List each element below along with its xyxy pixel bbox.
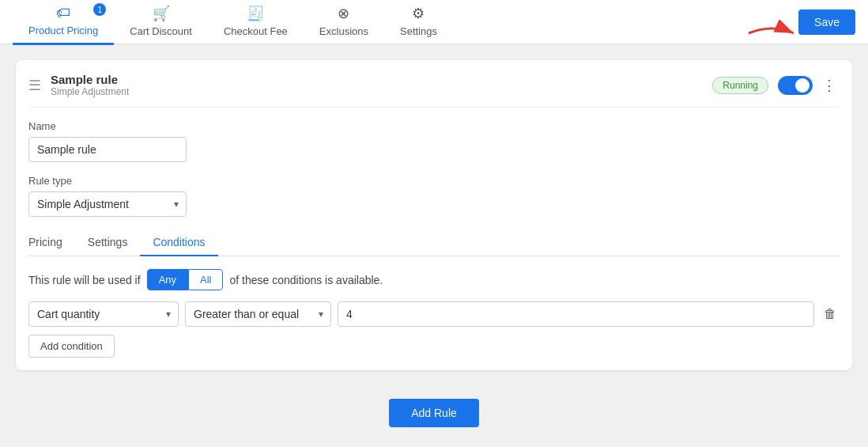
rule-type-field-group: Rule type Simple Adjustment ▾ bbox=[28, 175, 840, 217]
toggle-slider bbox=[778, 76, 813, 95]
tab-checkout-fee-label: Checkout Fee bbox=[224, 25, 288, 37]
tab-exclusions[interactable]: ⊗ Exclusions bbox=[304, 0, 384, 46]
save-button[interactable]: Save bbox=[798, 9, 855, 35]
condition-row: Cart quantity ▾ Greater than or equal ▾ … bbox=[28, 301, 840, 327]
rule-card: ☰ Sample rule Simple Adjustment Running … bbox=[16, 60, 852, 370]
tab-rule-settings[interactable]: Settings bbox=[75, 229, 141, 256]
add-rule-section: Add Rule bbox=[16, 386, 852, 440]
rule-title: Sample rule bbox=[51, 73, 703, 86]
nav-tabs: 🏷 Product Pricing 1 🛒 Cart Discount 🧾 Ch… bbox=[13, 0, 798, 46]
tab-product-pricing[interactable]: 🏷 Product Pricing 1 bbox=[13, 0, 114, 45]
rule-subtitle: Simple Adjustment bbox=[51, 86, 703, 97]
name-field-group: Name bbox=[28, 120, 840, 162]
delete-condition-icon[interactable]: 🗑 bbox=[821, 304, 840, 324]
product-pricing-badge: 1 bbox=[93, 3, 106, 16]
condition-field-wrapper: Cart quantity ▾ bbox=[28, 301, 179, 327]
condition-value-input[interactable] bbox=[338, 301, 814, 327]
arrow-indicator bbox=[745, 20, 800, 47]
conditions-intro-after: of these conditions is available. bbox=[229, 274, 383, 286]
settings-icon: ⚙ bbox=[412, 5, 425, 22]
cart-discount-icon: 🛒 bbox=[153, 5, 170, 22]
rule-type-label: Rule type bbox=[28, 175, 840, 187]
tab-cart-discount-label: Cart Discount bbox=[130, 25, 192, 37]
conditions-intro-before: This rule will be used if bbox=[28, 274, 141, 286]
checkout-fee-icon: 🧾 bbox=[247, 5, 264, 22]
tab-exclusions-label: Exclusions bbox=[319, 25, 368, 37]
more-options-icon[interactable]: ⋮ bbox=[819, 75, 840, 96]
operator-select-wrapper: Greater than or equal ▾ bbox=[185, 301, 331, 327]
product-pricing-icon: 🏷 bbox=[56, 5, 70, 21]
rule-type-select-wrapper: Simple Adjustment ▾ bbox=[28, 191, 187, 217]
condition-field-select[interactable]: Cart quantity bbox=[28, 301, 179, 327]
rule-header: ☰ Sample rule Simple Adjustment Running … bbox=[28, 73, 840, 108]
rule-type-select[interactable]: Simple Adjustment bbox=[28, 191, 187, 217]
drag-handle-icon[interactable]: ☰ bbox=[28, 77, 41, 94]
tab-product-pricing-label: Product Pricing bbox=[28, 25, 98, 36]
nav-actions: Save bbox=[798, 9, 855, 35]
toggle-any-button[interactable]: Any bbox=[147, 269, 188, 290]
tab-conditions[interactable]: Conditions bbox=[140, 229, 217, 256]
rule-title-group: Sample rule Simple Adjustment bbox=[51, 73, 703, 97]
operator-select[interactable]: Greater than or equal bbox=[185, 301, 331, 327]
tab-checkout-fee[interactable]: 🧾 Checkout Fee bbox=[208, 0, 304, 46]
any-all-toggle: Any All bbox=[147, 269, 224, 290]
main-content: ☰ Sample rule Simple Adjustment Running … bbox=[0, 44, 868, 447]
add-condition-button[interactable]: Add condition bbox=[28, 335, 115, 358]
tab-cart-discount[interactable]: 🛒 Cart Discount bbox=[114, 0, 208, 46]
conditions-intro: This rule will be used if Any All of the… bbox=[28, 269, 840, 290]
exclusions-icon: ⊗ bbox=[338, 5, 349, 22]
tab-settings-label: Settings bbox=[400, 25, 437, 37]
toggle-all-button[interactable]: All bbox=[188, 269, 223, 290]
tab-pricing[interactable]: Pricing bbox=[28, 229, 75, 256]
inner-tabs: Pricing Settings Conditions bbox=[28, 229, 840, 256]
name-input[interactable] bbox=[28, 137, 187, 162]
rule-header-actions: ⋮ bbox=[778, 75, 840, 96]
rule-toggle[interactable] bbox=[778, 76, 813, 95]
tab-settings[interactable]: ⚙ Settings bbox=[384, 0, 453, 46]
top-navigation: 🏷 Product Pricing 1 🛒 Cart Discount 🧾 Ch… bbox=[0, 0, 868, 44]
name-label: Name bbox=[28, 120, 840, 132]
add-rule-button[interactable]: Add Rule bbox=[389, 399, 479, 427]
status-badge: Running bbox=[712, 77, 768, 94]
